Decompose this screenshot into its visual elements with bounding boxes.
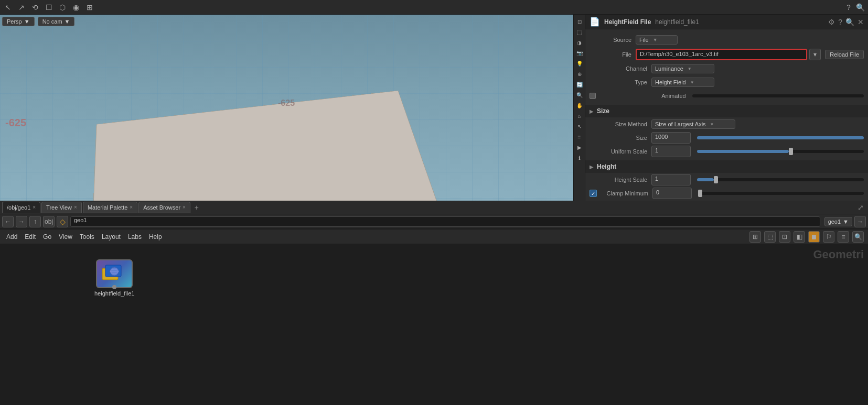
size-method-dropdown[interactable]: Size of Largest Axis [651,119,735,129]
tab-add-button[interactable]: + [191,202,202,213]
menu-icon-snap[interactable]: ⊞ [749,231,761,243]
tab-material-palette-label: Material Palette [88,204,127,211]
uniform-scale-input[interactable]: 1 [651,146,691,157]
file-label: File [590,51,631,58]
menu-icon-grid[interactable]: ⊡ [779,231,790,243]
height-scale-slider-handle[interactable] [714,176,718,183]
vrt-icon-zoom[interactable]: 🔍 [575,90,584,100]
search-icon[interactable]: 🔍 [845,18,854,26]
path-next-button[interactable]: → [854,216,866,227]
size-method-row: Size Method Size of Largest Axis [585,117,868,131]
menu-icon-search2[interactable]: 🔍 [852,231,864,243]
close-icon[interactable]: ✕ [858,18,864,26]
menu-icon-layout[interactable]: ⬚ [764,231,776,243]
menu-labs[interactable]: Labs [126,232,144,242]
node-dot [112,285,116,289]
size-input[interactable]: 1000 [651,132,691,144]
uniform-slider-handle[interactable] [789,148,793,155]
tab-asset-browser-close[interactable]: × [183,204,186,210]
tab-material-palette[interactable]: Material Palette × [83,202,137,213]
toolbar-icon-search[interactable]: 🔍 [854,2,866,13]
menu-view[interactable]: View [57,232,74,242]
menu-edit[interactable]: Edit [23,232,38,242]
vrt-icon-render[interactable]: ▶ [575,143,584,152]
menu-go[interactable]: Go [41,232,53,242]
type-dropdown[interactable]: Height Field [651,78,714,87]
channel-value: Luminance [655,65,683,72]
tab-asset-browser[interactable]: Asset Browser × [138,202,190,213]
animated-checkbox[interactable] [590,93,596,99]
toolbar-icon-rotate[interactable]: ⟲ [29,2,41,13]
bottom-panel-expand[interactable]: ⤢ [858,203,864,212]
obj-button[interactable]: obj [43,216,55,227]
toolbar-icon-snap[interactable]: ☐ [43,2,55,13]
vrt-icon-light[interactable]: 💡 [575,59,584,68]
node-graph[interactable]: Geometri [0,244,868,405]
menu-help[interactable]: Help [147,232,164,242]
height-scale-slider[interactable] [697,178,864,181]
menu-tools[interactable]: Tools [78,232,97,242]
toolbar-icon-target[interactable]: ◉ [70,2,82,13]
persp-button[interactable]: Persp ▼ [2,17,35,26]
toolbar-icon-grid[interactable]: ⬡ [57,2,68,13]
panel-title: HeightField File [604,18,651,26]
vrt-icon-home[interactable]: ⌂ [575,111,584,121]
vrt-icon-params[interactable]: ≡ [575,132,584,141]
help-icon[interactable]: ? [838,18,842,26]
menu-icon-settings2[interactable]: ≡ [838,231,849,243]
tab-tree-view-close[interactable]: × [74,204,77,210]
size-section-header[interactable]: ▶ Size [585,105,868,117]
vrt-icon-pan[interactable]: ✋ [575,101,584,110]
reload-file-button[interactable]: Reload File [825,50,864,59]
path-input[interactable]: geo1 [70,216,820,227]
nav-forward-button[interactable]: → [16,216,27,227]
clamp-min-handle[interactable] [698,190,702,197]
axis-label-neg625-top: -625 [278,98,295,108]
toolbar-icon-help[interactable]: ? [843,2,854,13]
tab-obj-geo1-close[interactable]: × [33,204,36,210]
bottom-area: /obj/geo1 × Tree View × Material Palette… [0,201,868,405]
tab-obj-geo1[interactable]: /obj/geo1 × [2,202,40,213]
clamp-min-input[interactable]: 0 [652,188,692,199]
channel-dropdown[interactable]: Luminance [651,64,714,73]
menu-add[interactable]: Add [4,232,19,242]
axis-label-neg625-left: -625 [5,117,26,129]
toolbar-icon-transform[interactable]: ↗ [16,2,27,13]
menu-layout[interactable]: Layout [100,232,123,242]
menu-icon-color[interactable]: ◼ [808,231,820,243]
node-icon [96,259,133,288]
geo1-button[interactable]: ◇ [57,216,68,227]
clamp-min-checkbox[interactable]: ✓ [590,190,597,197]
menu-icon-display[interactable]: ◧ [794,231,805,243]
settings-icon[interactable]: ⚙ [828,18,835,26]
path-dropdown[interactable]: geo1 ▼ [824,217,852,226]
vrt-icon-info[interactable]: ℹ [575,153,584,162]
clamp-min-slider[interactable] [698,192,864,195]
vrt-icon-select[interactable]: ↖ [575,122,584,131]
vrt-icon-wireframe[interactable]: ⬚ [575,27,584,37]
toolbar-icon-select[interactable]: ↖ [2,2,14,13]
uniform-scale-slider[interactable] [697,150,864,153]
nav-back-button[interactable]: ← [2,216,14,227]
height-scale-row: Height Scale 1 [585,173,868,187]
viewport[interactable]: -625 -625 625 Persp ▼ No cam ▼ [0,15,573,201]
vrt-icon-snap[interactable]: ⊕ [575,69,584,79]
file-browse-button[interactable]: ▾ [809,49,821,60]
file-input[interactable]: D:/Temp/n30_e103_1arc_v3.tif [636,49,807,60]
heightfield-file-node[interactable]: heightfield_file1 [94,259,134,297]
tab-tree-view-label: Tree View [46,204,72,211]
toolbar-icon-layout[interactable]: ⊞ [84,2,95,13]
height-section-header[interactable]: ▶ Height [585,160,868,173]
no-cam-button[interactable]: No cam ▼ [38,17,75,26]
menu-icon-flag[interactable]: ⚐ [823,231,834,243]
vrt-icon-orbit[interactable]: 🔄 [575,80,584,89]
source-dropdown[interactable]: File ▼ [636,35,678,45]
tab-tree-view[interactable]: Tree View × [41,202,82,213]
nav-up-button[interactable]: ↑ [29,216,41,227]
size-slider[interactable] [697,136,864,139]
height-scale-input[interactable]: 1 [651,174,691,185]
vrt-icon-display[interactable]: ⊡ [575,17,584,26]
tab-material-palette-close[interactable]: × [130,204,133,210]
vrt-icon-camera[interactable]: 📷 [575,48,584,58]
vrt-icon-shading[interactable]: ◑ [575,38,584,47]
